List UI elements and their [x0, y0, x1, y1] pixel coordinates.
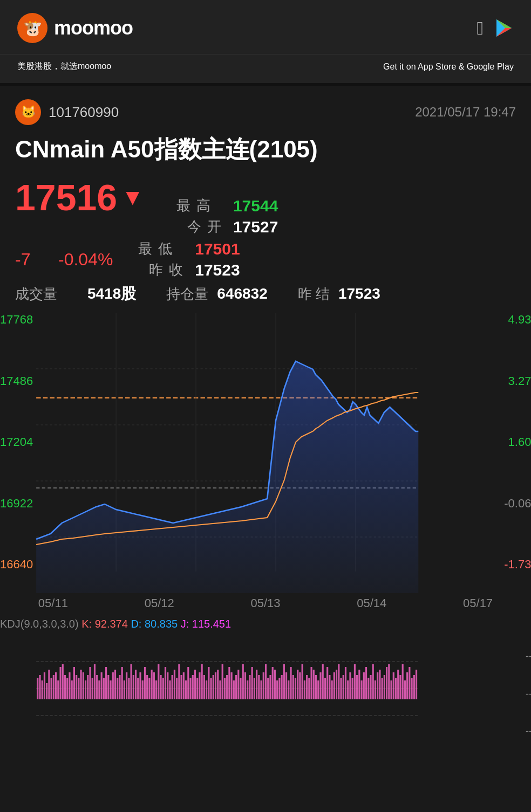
- svg-rect-106: [240, 678, 241, 699]
- svg-rect-78: [176, 678, 178, 699]
- user-info: 🐱 101760990: [15, 99, 119, 125]
- svg-rect-28: [62, 664, 64, 699]
- svg-rect-102: [231, 672, 233, 699]
- svg-rect-86: [194, 670, 196, 699]
- svg-rect-171: [388, 664, 390, 699]
- low-label: 最 低: [138, 239, 184, 258]
- svg-rect-157: [356, 675, 358, 699]
- avatar: 🐱: [15, 99, 41, 125]
- price-down-arrow: ▼: [121, 184, 144, 210]
- svg-rect-88: [199, 672, 200, 699]
- svg-rect-60: [135, 670, 137, 699]
- svg-rect-18: [39, 675, 40, 699]
- svg-rect-134: [304, 680, 305, 699]
- chart-right-labels: 4.93% 3.27% 1.60% -0.06% -1.73%: [504, 313, 531, 572]
- svg-rect-174: [395, 678, 397, 699]
- svg-rect-181: [411, 678, 413, 699]
- svg-rect-24: [53, 675, 55, 699]
- user-row: 🐱 101760990 2021/05/17 19:47: [15, 99, 516, 125]
- svg-rect-130: [295, 678, 296, 699]
- svg-rect-138: [313, 670, 315, 699]
- svg-rect-90: [203, 675, 205, 699]
- svg-rect-161: [365, 667, 367, 699]
- svg-rect-150: [340, 678, 342, 699]
- google-play-icon: [494, 18, 514, 38]
- svg-rect-38: [85, 680, 86, 699]
- svg-rect-77: [174, 670, 175, 699]
- svg-rect-97: [219, 680, 221, 699]
- svg-rect-61: [137, 678, 139, 699]
- svg-rect-103: [233, 680, 235, 699]
- svg-rect-132: [299, 672, 301, 699]
- svg-rect-110: [249, 675, 250, 699]
- svg-rect-70: [158, 664, 159, 699]
- svg-rect-113: [256, 670, 257, 699]
- chart-pct-bottom: -1.73%: [504, 558, 531, 572]
- svg-rect-139: [315, 675, 317, 699]
- high-value: 17544: [233, 197, 278, 215]
- svg-rect-148: [336, 670, 337, 699]
- svg-rect-143: [324, 678, 326, 699]
- svg-rect-35: [78, 678, 79, 699]
- svg-rect-96: [217, 670, 219, 699]
- svg-rect-142: [322, 664, 324, 699]
- chart-sub: ----- ----- -----: [0, 635, 531, 742]
- kdj-k-value: 92.374: [95, 618, 128, 630]
- kdj-d-label: D:: [131, 618, 141, 630]
- svg-rect-116: [263, 672, 264, 699]
- svg-rect-79: [178, 664, 180, 699]
- kdj-k-label: K:: [81, 618, 92, 630]
- current-price: 17516 ▼: [15, 176, 144, 218]
- svg-rect-128: [290, 667, 291, 699]
- svg-rect-114: [258, 675, 260, 699]
- prev-close-value: 17523: [195, 261, 240, 279]
- svg-rect-85: [192, 675, 194, 699]
- svg-rect-53: [119, 675, 120, 699]
- svg-rect-155: [352, 678, 353, 699]
- svg-rect-133: [302, 664, 303, 699]
- x-label-3: 05/13: [250, 596, 280, 610]
- svg-rect-162: [367, 678, 369, 699]
- settlement-value: 17523: [338, 285, 380, 302]
- svg-rect-44: [98, 680, 100, 699]
- svg-rect-156: [354, 664, 356, 699]
- svg-rect-50: [112, 672, 114, 699]
- svg-rect-178: [404, 680, 406, 699]
- svg-rect-123: [278, 678, 280, 699]
- svg-rect-115: [260, 680, 262, 699]
- svg-rect-64: [144, 667, 146, 699]
- svg-rect-42: [94, 664, 96, 699]
- svg-rect-145: [329, 675, 330, 699]
- svg-rect-72: [162, 678, 164, 699]
- svg-rect-81: [183, 672, 185, 699]
- svg-rect-25: [55, 672, 57, 699]
- svg-rect-58: [131, 664, 132, 699]
- svg-rect-45: [101, 672, 103, 699]
- svg-rect-127: [288, 680, 289, 699]
- svg-rect-182: [413, 675, 415, 699]
- svg-rect-124: [281, 675, 283, 699]
- logo-area: 🐮 moomoo: [17, 13, 133, 43]
- svg-rect-43: [96, 675, 98, 699]
- high-label: 最 高: [176, 196, 222, 215]
- svg-rect-99: [224, 678, 226, 699]
- svg-rect-120: [272, 667, 274, 699]
- chart-pct-4: -0.06%: [504, 497, 531, 511]
- kdj-params: KDJ(9.0,3.0,3.0): [0, 618, 79, 630]
- svg-rect-93: [210, 678, 212, 699]
- svg-rect-154: [349, 672, 351, 699]
- svg-rect-121: [274, 670, 276, 699]
- chart-label-bottom: 16640: [0, 558, 33, 572]
- svg-rect-140: [317, 680, 319, 699]
- header-right: : [477, 18, 514, 39]
- svg-rect-56: [126, 672, 127, 699]
- svg-rect-49: [110, 680, 111, 699]
- svg-rect-67: [151, 670, 153, 699]
- svg-rect-135: [306, 675, 308, 699]
- prev-close-label: 昨 收: [138, 260, 184, 279]
- svg-rect-168: [382, 678, 383, 699]
- subtitle-left: 美股港股，就选moomoo: [17, 61, 111, 72]
- svg-rect-125: [283, 664, 285, 699]
- svg-rect-177: [402, 664, 404, 699]
- svg-rect-32: [71, 680, 73, 699]
